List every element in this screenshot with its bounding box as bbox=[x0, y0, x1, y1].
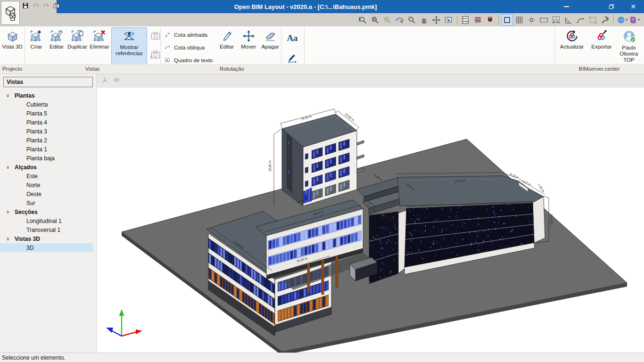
main-area: Vistas ∨PlantasCubiertaPlanta 5Planta 4P… bbox=[0, 74, 644, 353]
tree-item-planta-4[interactable]: Planta 4 bbox=[0, 118, 93, 127]
editar-vista-button[interactable]: Editar bbox=[47, 27, 66, 65]
tree-item-sur[interactable]: Sur bbox=[0, 198, 93, 207]
grid-icon[interactable] bbox=[513, 14, 525, 26]
chevron-down-icon[interactable]: ∨ bbox=[6, 209, 11, 214]
arc-icon[interactable] bbox=[575, 14, 586, 26]
save-icon[interactable] bbox=[22, 2, 29, 11]
criar-label: Criar bbox=[31, 44, 42, 50]
settings-wrench-icon[interactable] bbox=[599, 14, 611, 26]
orbit-icon[interactable] bbox=[394, 14, 405, 26]
cota-obliqua-label: Cota oblíqua bbox=[174, 45, 205, 50]
mostrar-referencias-button[interactable]: Mostrar referências bbox=[111, 27, 147, 65]
tree-item-planta-5[interactable]: Planta 5 bbox=[0, 109, 93, 118]
chevron-down-icon[interactable]: ∨ bbox=[6, 236, 11, 241]
tree-item-planta-2[interactable]: Planta 2 bbox=[0, 136, 93, 145]
apagar-label: Apagar bbox=[261, 44, 279, 50]
duplicar-button[interactable]: Duplicar bbox=[66, 27, 88, 65]
tree-group-al-ados[interactable]: ∨Alçados bbox=[0, 163, 96, 172]
mover-button[interactable]: Mover bbox=[238, 27, 259, 65]
tree-group-plantas[interactable]: ∨Plantas bbox=[0, 91, 96, 100]
editar-rotulo-button[interactable]: Editar bbox=[216, 27, 238, 65]
group-label-vistas: Vistas bbox=[85, 66, 99, 72]
app-logo-button[interactable] bbox=[1, 1, 20, 25]
zoom-previous-icon[interactable] bbox=[357, 14, 369, 26]
views-panel: Vistas ∨PlantasCubiertaPlanta 5Planta 4P… bbox=[0, 74, 97, 353]
canvas-toolbar bbox=[97, 74, 644, 88]
eliminar-button[interactable]: Eliminar bbox=[88, 27, 111, 65]
object-snap-icon[interactable] bbox=[484, 14, 496, 26]
tree-group-label: Vistas 3D bbox=[15, 236, 40, 242]
user-account-button[interactable]: Paulo Oliveira TOP bbox=[615, 27, 643, 65]
tree-item-longitudinal-1[interactable]: Longitudinal 1 bbox=[0, 216, 93, 225]
dxf-dwg-templates-icon[interactable] bbox=[460, 14, 471, 26]
axis-tripod bbox=[106, 309, 142, 336]
zoom-window-icon[interactable] bbox=[406, 14, 418, 26]
tree-item-transversal-1[interactable]: Transversal 1 bbox=[0, 225, 93, 234]
tree-item-cubierta[interactable]: Cubierta bbox=[0, 100, 93, 109]
eraser-icon bbox=[264, 30, 277, 42]
dxf-dwg-layers-icon[interactable] bbox=[472, 14, 484, 26]
apagar-button[interactable]: Apagar bbox=[259, 27, 281, 65]
vista-3d-button[interactable]: Vista 3D bbox=[1, 27, 24, 65]
undo-icon[interactable] bbox=[32, 2, 40, 11]
3d-view[interactable]: 16,43 m12,06 m20,60 m64,95 m26,00 m8,67 … bbox=[97, 88, 644, 353]
rectangle-select-icon[interactable] bbox=[501, 14, 513, 26]
help-book-icon[interactable]: ▾ bbox=[628, 14, 640, 26]
close-button[interactable]: ✕ bbox=[622, 0, 644, 13]
estilo-texto-button[interactable]: Aa bbox=[283, 29, 302, 47]
angle-icon[interactable] bbox=[562, 14, 574, 26]
restore-button[interactable] bbox=[601, 0, 622, 13]
orbit-small-icon[interactable] bbox=[112, 76, 120, 86]
camera-arrow-icon bbox=[150, 49, 161, 60]
tree-item-planta-1[interactable]: Planta 1 bbox=[0, 145, 93, 154]
vista-3d-label: Vista 3D bbox=[2, 44, 22, 50]
tree-group-vistas-3d[interactable]: ∨Vistas 3D bbox=[0, 234, 96, 243]
tree-group-sec-es[interactable]: ∨Secções bbox=[0, 207, 96, 216]
criar-button[interactable]: Criar bbox=[26, 27, 46, 65]
tree-item-este[interactable]: Este bbox=[0, 172, 93, 181]
quadro-de-texto-label: Quadro de texto bbox=[174, 58, 213, 63]
zoom-extents-icon[interactable] bbox=[369, 14, 381, 26]
chevron-down-icon[interactable]: ∨ bbox=[6, 93, 11, 98]
ribbon: Vista 3D Criar Editar Duplicar Eliminar … bbox=[0, 26, 644, 74]
bridge-column bbox=[336, 256, 338, 288]
tree-item-planta-3[interactable]: Planta 3 bbox=[0, 127, 93, 136]
cube-plus-icon bbox=[30, 30, 43, 42]
snap-center-icon[interactable] bbox=[526, 14, 537, 26]
tree-item-norte[interactable]: Norte bbox=[0, 181, 93, 189]
tree-item-oeste[interactable]: Oeste bbox=[0, 189, 93, 198]
cota-obliqua-button[interactable]: Cota oblíqua bbox=[164, 42, 219, 53]
selection-window-icon[interactable] bbox=[587, 14, 599, 26]
cota-alinhada-label: Cota alinhada bbox=[174, 32, 207, 38]
dimension-display-icon[interactable] bbox=[550, 14, 562, 26]
move-view-icon[interactable] bbox=[430, 14, 442, 26]
dimension-label: 13,30 m bbox=[550, 214, 553, 225]
zoom-object-icon[interactable] bbox=[381, 14, 393, 26]
language-globe-icon[interactable]: ▾ bbox=[616, 14, 628, 26]
text-style-label: Aa bbox=[287, 33, 297, 43]
cube-pencil-icon bbox=[50, 30, 63, 42]
view-toolbar-row: ▾▾ bbox=[0, 13, 644, 26]
bimserver-update-icon bbox=[566, 30, 578, 42]
view-toolbar: ▾▾ bbox=[357, 14, 640, 26]
cota-alinhada-button[interactable]: Cota alinhada bbox=[164, 30, 219, 40]
exportar-button[interactable]: Exportar bbox=[588, 27, 615, 65]
redo-icon[interactable] bbox=[42, 2, 50, 11]
chevron-down-icon[interactable]: ∨ bbox=[6, 165, 11, 170]
actualizar-button[interactable]: Actualizar bbox=[557, 27, 586, 65]
axes-icon[interactable] bbox=[101, 76, 109, 86]
pan-icon[interactable] bbox=[418, 14, 430, 26]
pencil-icon bbox=[221, 30, 233, 42]
minimize-button[interactable] bbox=[555, 0, 577, 13]
fit-view-icon[interactable] bbox=[443, 14, 454, 26]
tree-item-3d[interactable]: 3D bbox=[0, 243, 93, 252]
toolbar-separator bbox=[457, 15, 457, 25]
tree-item-planta-baja[interactable]: Planta baja bbox=[0, 154, 93, 163]
views-tree: ∨PlantasCubiertaPlanta 5Planta 4Planta 3… bbox=[0, 91, 96, 252]
dimension-label: 20,60 m bbox=[268, 160, 272, 172]
tree-group-label: Alçados bbox=[15, 164, 37, 171]
toolbar-separator bbox=[613, 15, 614, 25]
cube-copy-icon bbox=[71, 30, 84, 42]
keyboard-input-icon[interactable] bbox=[538, 14, 550, 26]
tree-group-label: Plantas bbox=[15, 92, 35, 99]
